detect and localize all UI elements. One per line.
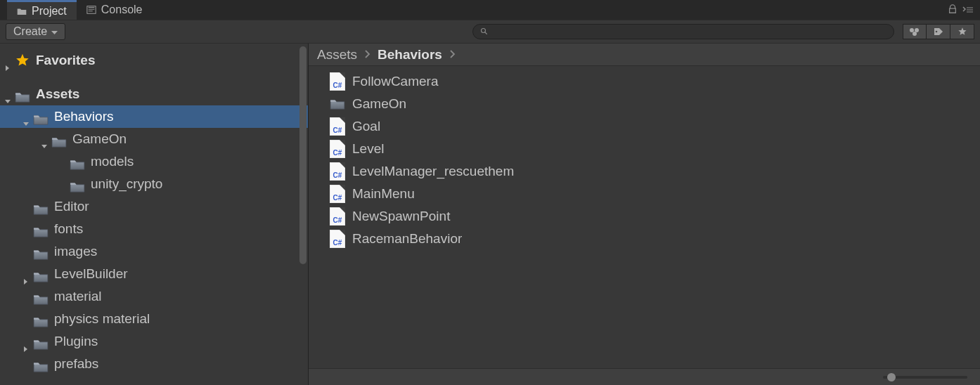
tree-item-label: physics material	[54, 308, 150, 329]
folder-icon	[33, 223, 49, 235]
file-item-level[interactable]: C#Level	[309, 138, 980, 160]
scrollbar[interactable]	[298, 44, 308, 385]
chevron-spacer	[22, 225, 31, 233]
chevron-down-icon	[51, 25, 58, 38]
tab-label: Console	[101, 4, 143, 16]
chevron-spacer	[22, 315, 31, 323]
tree-item-label: prefabs	[54, 353, 98, 374]
toolbar-filter-buttons	[903, 24, 974, 39]
file-item-newspawnpoint[interactable]: C#NewSpawnPoint	[309, 205, 980, 228]
create-button[interactable]: Create	[6, 23, 65, 40]
favorites-row[interactable]: Favorites	[0, 49, 308, 72]
folder-icon	[33, 200, 49, 213]
file-item-label: LevelManager_rescuethem	[352, 164, 514, 179]
tree-item-gameon[interactable]: GameOn	[0, 128, 308, 150]
tree-item-behaviors[interactable]: Behaviors	[0, 105, 308, 128]
favorite-button[interactable]	[950, 24, 974, 39]
tree-item-label: material	[54, 285, 102, 307]
csharp-file-icon: C#	[330, 140, 345, 158]
chevron-spacer	[59, 180, 67, 188]
tree-item-label: fonts	[54, 218, 83, 240]
chevron-down-icon[interactable]	[22, 112, 31, 121]
chevron-spacer	[22, 360, 31, 368]
tree-item-label: GameOn	[72, 128, 127, 150]
search-input-wrapper[interactable]	[472, 24, 894, 39]
chevron-right-icon	[449, 47, 456, 62]
svg-point-1	[482, 28, 486, 32]
search-input[interactable]	[493, 26, 886, 37]
tab-strip: Project Console	[0, 0, 980, 20]
tab-project[interactable]: Project	[7, 0, 77, 20]
chevron-right-icon[interactable]	[22, 270, 31, 278]
chevron-right-icon	[4, 56, 13, 65]
svg-point-2	[910, 28, 914, 32]
folder-icon	[70, 155, 85, 168]
folder-icon	[17, 6, 27, 16]
file-item-label: MainMenu	[352, 186, 415, 202]
tab-label: Project	[32, 5, 67, 18]
breadcrumb: AssetsBehaviors	[309, 44, 980, 66]
tab-console[interactable]: Console	[77, 0, 153, 20]
filter-by-type-button[interactable]	[903, 24, 927, 39]
tree-item-models[interactable]: models	[0, 150, 308, 173]
tree-item-label: LevelBuilder	[54, 263, 128, 285]
tree-item-label: Behaviors	[54, 105, 114, 127]
file-item-racemanbehavior[interactable]: C#RacemanBehavior	[309, 228, 980, 250]
favorites-label: Favorites	[36, 49, 95, 71]
tree-item-editor[interactable]: Editor	[0, 195, 308, 218]
folder-icon	[70, 178, 85, 190]
chevron-down-icon[interactable]	[4, 90, 13, 98]
console-icon	[86, 5, 96, 15]
tree-item-prefabs[interactable]: prefabs	[0, 353, 308, 375]
folder-icon	[33, 245, 49, 258]
svg-point-3	[915, 28, 919, 32]
breadcrumb-item[interactable]: Behaviors	[378, 47, 442, 63]
tree-item-assets[interactable]: Assets	[0, 83, 308, 105]
folder-icon	[33, 313, 49, 325]
file-item-label: Level	[352, 141, 384, 157]
tree-item-material[interactable]: material	[0, 285, 308, 308]
filter-by-label-button[interactable]	[927, 24, 950, 39]
csharp-file-icon: C#	[330, 185, 345, 203]
create-label: Create	[13, 25, 47, 38]
chevron-right-icon	[364, 47, 370, 62]
csharp-file-icon: C#	[330, 207, 345, 226]
file-item-gameon[interactable]: GameOn	[309, 93, 980, 115]
file-item-label: GameOn	[352, 96, 406, 112]
chevron-right-icon[interactable]	[22, 337, 31, 346]
tree-item-label: models	[91, 150, 134, 172]
folder-tree-panel: FavoritesAssetsBehaviorsGameOnmodelsunit…	[0, 44, 308, 385]
star-icon	[15, 53, 30, 68]
csharp-file-icon: C#	[330, 162, 345, 181]
file-item-mainmenu[interactable]: C#MainMenu	[309, 183, 980, 205]
tree-item-levelbuilder[interactable]: LevelBuilder	[0, 263, 308, 285]
tree-item-label: images	[54, 240, 97, 262]
folder-icon	[330, 98, 345, 110]
lock-icon[interactable]	[948, 3, 958, 18]
tree-item-unity-crypto[interactable]: unity_crypto	[0, 173, 308, 195]
file-list: C#FollowCameraGameOnC#GoalC#LevelC#Level…	[309, 66, 980, 368]
tree-item-fonts[interactable]: fonts	[0, 218, 308, 240]
breadcrumb-item[interactable]: Assets	[317, 47, 357, 63]
tree-item-plugins[interactable]: Plugins	[0, 330, 308, 353]
file-item-goal[interactable]: C#Goal	[309, 115, 980, 138]
file-item-followcamera[interactable]: C#FollowCamera	[309, 70, 980, 93]
file-item-label: RacemanBehavior	[352, 231, 462, 247]
bottom-bar	[309, 368, 980, 385]
tree-item-label: Editor	[54, 195, 89, 217]
search-icon	[480, 25, 489, 39]
chevron-down-icon[interactable]	[41, 135, 49, 143]
folder-icon	[33, 358, 49, 370]
tree-item-images[interactable]: images	[0, 240, 308, 263]
view-size-slider[interactable]	[883, 376, 967, 379]
file-item-label: Goal	[352, 119, 380, 134]
chevron-spacer	[59, 157, 67, 166]
csharp-file-icon: C#	[330, 230, 345, 248]
file-item-levelmanager-rescuethem[interactable]: C#LevelManager_rescuethem	[309, 160, 980, 183]
panel-menu-icon[interactable]	[962, 3, 974, 18]
tree-item-label: Assets	[36, 83, 79, 105]
svg-point-5	[935, 31, 937, 33]
tree-item-physics-material[interactable]: physics material	[0, 308, 308, 330]
folder-icon	[15, 88, 30, 100]
file-item-label: NewSpawnPoint	[352, 209, 450, 224]
